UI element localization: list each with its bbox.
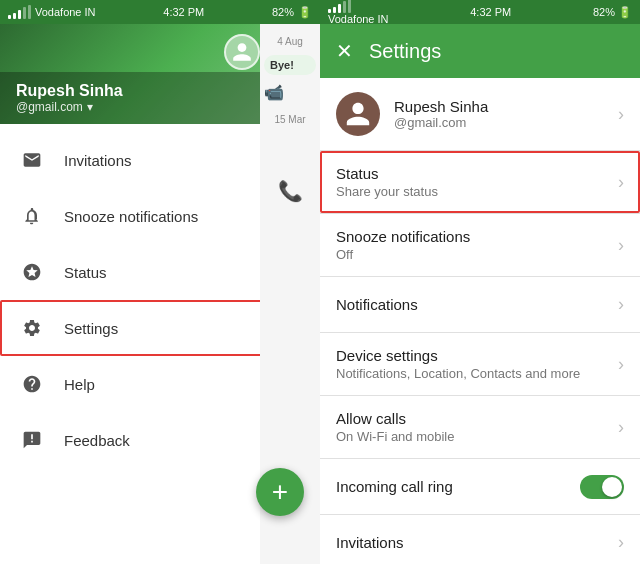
snooze-item-content: Snooze notifications Off <box>336 228 618 262</box>
status-item-title: Status <box>336 165 618 182</box>
status-bar-left: Vodafone IN 4:32 PM 82% 🔋 <box>0 0 320 24</box>
notifications-item-title: Notifications <box>336 296 618 313</box>
battery-icon-left: 🔋 <box>298 6 312 19</box>
user-email-left: @gmail.com ▾ <box>16 100 123 114</box>
account-chevron: › <box>618 104 624 125</box>
chat-date-1: 4 Aug <box>260 32 320 51</box>
nav-label-settings: Settings <box>64 320 118 337</box>
dropdown-icon: ▾ <box>87 100 93 114</box>
settings-icon <box>16 312 48 344</box>
nav-label-help: Help <box>64 376 95 393</box>
invitations-icon <box>16 144 48 176</box>
call-ring-title: Incoming call ring <box>336 478 580 495</box>
video-icon: 📹 <box>264 83 316 102</box>
snooze-chevron: › <box>618 235 624 256</box>
avatar-1 <box>224 34 260 70</box>
call-ring-toggle[interactable] <box>580 475 624 499</box>
status-bar-right: Vodafone IN 4:32 PM 82% 🔋 <box>320 0 640 24</box>
carrier-info-left: Vodafone IN <box>8 5 96 19</box>
account-avatar <box>336 92 380 136</box>
invitations-content: Invitations <box>336 534 618 551</box>
device-item-title: Device settings <box>336 347 618 364</box>
phone-icon: 📞 <box>260 179 320 203</box>
nav-label-status: Status <box>64 264 107 281</box>
allow-calls-content: Allow calls On Wi-Fi and mobile <box>336 410 618 444</box>
battery-icon-right: 🔋 <box>618 6 632 18</box>
time-right: 4:32 PM <box>470 6 511 18</box>
snooze-item-subtitle: Off <box>336 247 618 262</box>
help-icon <box>16 368 48 400</box>
nav-label-invitations: Invitations <box>64 152 132 169</box>
status-icon <box>16 256 48 288</box>
battery-info-right: 82% 🔋 <box>593 6 632 19</box>
settings-list: Status Share your status › Snooze notifi… <box>320 151 640 564</box>
snooze-icon <box>16 200 48 232</box>
status-item-content: Status Share your status <box>336 165 618 199</box>
account-name: Rupesh Sinha <box>394 98 618 115</box>
chat-bubble-bye: Bye! <box>264 55 316 75</box>
account-info: Rupesh Sinha @gmail.com <box>394 98 618 130</box>
account-email: @gmail.com <box>394 115 618 130</box>
user-info-left: Rupesh Sinha @gmail.com ▾ <box>16 82 123 114</box>
status-chevron: › <box>618 172 624 193</box>
allow-calls-title: Allow calls <box>336 410 618 427</box>
fab-button[interactable]: + <box>256 468 304 516</box>
user-name-left: Rupesh Sinha <box>16 82 123 100</box>
notifications-item-content: Notifications <box>336 296 618 313</box>
battery-right: 82% <box>593 6 615 18</box>
call-ring-content: Incoming call ring <box>336 478 580 495</box>
settings-header: ✕ Settings <box>320 24 640 78</box>
carrier-info-right: Vodafone IN <box>328 0 389 25</box>
allow-calls-subtitle: On Wi-Fi and mobile <box>336 429 618 444</box>
chat-date-2: 15 Mar <box>260 110 320 129</box>
settings-item-notifications[interactable]: Notifications › <box>320 277 640 333</box>
signal-icon-left <box>8 5 31 19</box>
allow-calls-chevron: › <box>618 417 624 438</box>
nav-label-feedback: Feedback <box>64 432 130 449</box>
settings-item-device[interactable]: Device settings Notifications, Location,… <box>320 333 640 396</box>
snooze-item-title: Snooze notifications <box>336 228 618 245</box>
left-panel: Vodafone IN 4:32 PM 82% 🔋 Rupesh Sinha @… <box>0 0 320 564</box>
settings-item-allow-calls[interactable]: Allow calls On Wi-Fi and mobile › <box>320 396 640 459</box>
invitations-title: Invitations <box>336 534 618 551</box>
battery-info-left: 82% 🔋 <box>272 6 312 19</box>
battery-left: 82% <box>272 6 294 18</box>
nav-label-snooze: Snooze notifications <box>64 208 198 225</box>
settings-item-snooze[interactable]: Snooze notifications Off › <box>320 214 640 277</box>
invitations-chevron: › <box>618 532 624 553</box>
settings-title: Settings <box>369 40 441 63</box>
feedback-icon <box>16 424 48 456</box>
settings-item-call-ring[interactable]: Incoming call ring <box>320 459 640 515</box>
fab-icon: + <box>272 476 288 508</box>
right-panel: Vodafone IN 4:32 PM 82% 🔋 ✕ Settings Rup… <box>320 0 640 564</box>
carrier-left: Vodafone IN <box>35 6 96 18</box>
settings-item-status[interactable]: Status Share your status › <box>320 151 640 214</box>
settings-item-invitations[interactable]: Invitations › <box>320 515 640 564</box>
signal-icon-right <box>328 0 389 13</box>
close-button[interactable]: ✕ <box>336 39 353 63</box>
device-item-subtitle: Notifications, Location, Contacts and mo… <box>336 366 618 381</box>
device-chevron: › <box>618 354 624 375</box>
notifications-chevron: › <box>618 294 624 315</box>
time-left: 4:32 PM <box>163 6 204 18</box>
status-item-subtitle: Share your status <box>336 184 618 199</box>
account-row[interactable]: Rupesh Sinha @gmail.com › <box>320 78 640 151</box>
device-item-content: Device settings Notifications, Location,… <box>336 347 618 381</box>
